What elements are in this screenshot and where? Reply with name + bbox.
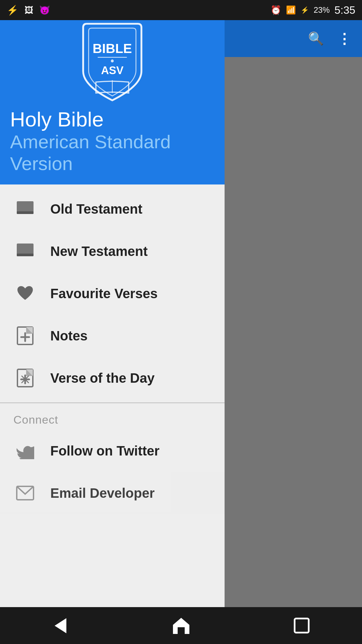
battery-icon: ⚡ <box>301 6 309 14</box>
svg-point-3 <box>111 59 114 62</box>
app-subtitle: American Standard Version <box>10 131 215 174</box>
old-testament-label: Old Testament <box>50 202 142 217</box>
book-icon-2 <box>13 239 37 263</box>
section-divider <box>0 402 225 403</box>
bug-icon: 😈 <box>39 5 50 15</box>
back-button[interactable] <box>40 612 80 639</box>
svg-rect-8 <box>17 254 34 256</box>
status-left-icons: ⚡ 🖼 😈 <box>7 5 50 16</box>
heart-icon <box>13 282 37 305</box>
status-bar: ⚡ 🖼 😈 ⏰ 📶 ⚡ 23% 5:35 <box>0 0 362 20</box>
twitter-icon <box>13 439 37 463</box>
menu-item-new-testament[interactable]: New Testament <box>0 230 225 272</box>
usb-icon: ⚡ <box>7 5 18 16</box>
svg-rect-21 <box>295 619 309 633</box>
battery-percent: 23% <box>314 5 330 15</box>
new-testament-label: New Testament <box>50 244 147 259</box>
svg-text:BIBLE: BIBLE <box>93 41 132 56</box>
menu-item-notes[interactable]: Notes <box>0 315 225 357</box>
menu-item-twitter[interactable]: Follow on Twitter <box>0 430 225 472</box>
recent-apps-button[interactable] <box>282 612 322 639</box>
verse-day-icon <box>13 366 37 390</box>
home-button[interactable] <box>161 612 201 639</box>
notes-label: Notes <box>50 328 87 343</box>
menu-item-favourite-verses[interactable]: Favourite Verses <box>0 272 225 315</box>
image-icon: 🖼 <box>24 5 33 15</box>
bottom-nav-bar <box>0 607 362 644</box>
verse-of-day-label: Verse of the Day <box>50 371 155 386</box>
email-developer-label: Email Developer <box>50 486 155 501</box>
app-title: Holy Bible <box>10 107 104 131</box>
status-right-icons: ⏰ 📶 ⚡ 23% 5:35 <box>270 4 355 16</box>
app-content-behind <box>225 20 362 624</box>
svg-marker-18 <box>55 618 66 633</box>
svg-text:ASV: ASV <box>101 64 124 76</box>
note-plus-icon <box>13 324 37 347</box>
svg-rect-6 <box>17 211 34 214</box>
connect-section-header: Connect <box>0 407 225 430</box>
svg-rect-20 <box>178 627 185 634</box>
twitter-label: Follow on Twitter <box>50 443 160 459</box>
more-options-icon[interactable]: ⋮ <box>337 31 352 47</box>
search-icon[interactable]: 🔍 <box>308 31 324 46</box>
signal-icon: 📶 <box>286 5 296 15</box>
favourite-verses-label: Favourite Verses <box>50 286 158 301</box>
action-bar: 🔍 ⋮ <box>225 20 362 57</box>
drawer-header: BIBLE ASV Holy Bible American Standard V… <box>0 20 225 184</box>
menu-item-old-testament[interactable]: Old Testament <box>0 188 225 230</box>
book-icon <box>13 197 37 221</box>
alarm-icon: ⏰ <box>270 5 281 15</box>
navigation-drawer: BIBLE ASV Holy Bible American Standard V… <box>0 20 225 624</box>
menu-item-email[interactable]: Email Developer <box>0 472 225 514</box>
menu-item-verse-of-day[interactable]: Verse of the Day <box>0 357 225 399</box>
drawer-menu: Old Testament New Testament Favourite Ve… <box>0 184 225 624</box>
bible-logo: BIBLE ASV <box>72 20 153 104</box>
status-time: 5:35 <box>335 4 355 16</box>
email-icon <box>13 481 37 505</box>
